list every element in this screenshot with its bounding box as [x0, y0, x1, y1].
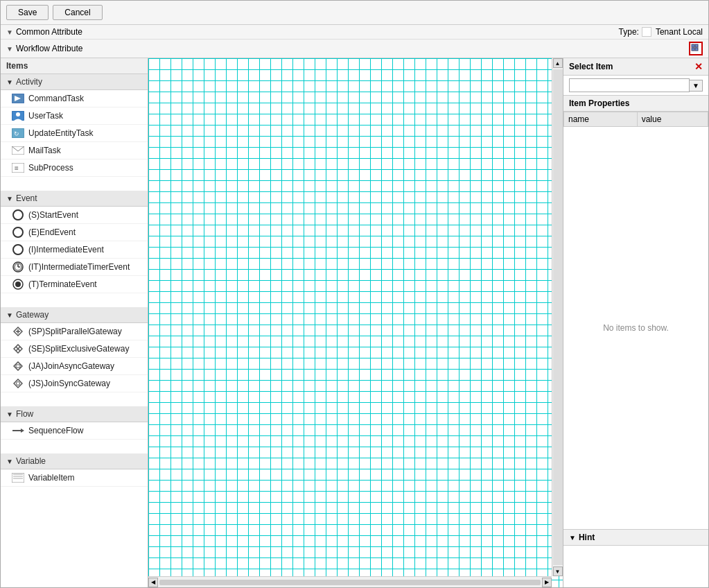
select-item-search: ▼: [563, 76, 708, 96]
subprocess-label: SubProcess: [28, 163, 73, 173]
variable-item-label: VariableItem: [28, 473, 74, 483]
variable-arrow: ▼: [6, 458, 13, 465]
item-subprocess[interactable]: ≡ SubProcess: [1, 159, 148, 177]
terminate-event-label: (T)TerminateEvent: [28, 279, 97, 289]
save-button[interactable]: Save: [6, 5, 49, 20]
grid-view-button[interactable]: [689, 42, 703, 55]
section-activity[interactable]: ▼ Activity: [1, 74, 148, 90]
hint-section: ▼ Hint: [563, 529, 708, 587]
search-dropdown-button[interactable]: ▼: [689, 80, 703, 92]
vertical-scrollbar[interactable]: ▲ ▼: [552, 58, 563, 576]
prop-col-name: name: [564, 112, 638, 127]
activity-label: Activity: [16, 77, 42, 87]
item-mail-task[interactable]: MailTask: [1, 142, 148, 159]
tenant-icon: [642, 27, 651, 37]
mail-task-icon: [12, 144, 24, 157]
item-update-entity-task[interactable]: ↻ UpdateEntityTask: [1, 125, 148, 142]
end-event-icon: [12, 226, 24, 239]
items-header: Items: [1, 58, 148, 74]
toolbar: Save Cancel: [1, 1, 708, 25]
svg-point-7: [16, 112, 20, 116]
join-async-label: (JA)JoinAsyncGateway: [28, 361, 114, 371]
section-event[interactable]: ▼ Event: [1, 191, 148, 207]
event-items: (S)StartEvent (E)EndEvent (I)Intermediat…: [1, 207, 148, 293]
sequence-flow-icon: [12, 424, 24, 437]
split-exclusive-icon: [12, 343, 24, 355]
svg-marker-26: [21, 429, 24, 433]
item-command-task[interactable]: CommandTask: [1, 90, 148, 107]
user-task-label: UserTask: [28, 111, 63, 121]
select-item-header: Select Item ✕: [563, 58, 708, 76]
item-intermediate-event[interactable]: (I)IntermediateEvent: [1, 241, 148, 259]
spacer-1: [1, 177, 148, 191]
update-entity-task-label: UpdateEntityTask: [28, 128, 93, 138]
cancel-button[interactable]: Cancel: [53, 5, 102, 20]
mail-task-label: MailTask: [28, 146, 61, 155]
spacer-2: [1, 293, 148, 307]
type-text: Type:: [619, 27, 639, 37]
svg-point-18: [15, 282, 21, 287]
horizontal-scrollbar[interactable]: ◀ ▶: [148, 576, 552, 587]
variable-items: VariableItem: [1, 469, 148, 487]
hint-label: Hint: [579, 533, 595, 542]
scroll-left-button[interactable]: ◀: [148, 578, 158, 587]
section-flow[interactable]: ▼ Flow: [1, 406, 148, 422]
end-event-label: (E)EndEvent: [28, 227, 76, 237]
sequence-flow-label: SequenceFlow: [28, 426, 83, 435]
gateway-arrow: ▼: [6, 311, 13, 319]
item-end-event[interactable]: (E)EndEvent: [1, 224, 148, 241]
scroll-right-button[interactable]: ▶: [542, 578, 552, 587]
join-sync-icon: [12, 377, 24, 390]
scroll-down-button[interactable]: ▼: [553, 567, 563, 576]
intermediate-event-icon: [12, 243, 24, 256]
item-user-task[interactable]: UserTask: [1, 107, 148, 125]
section-variable[interactable]: ▼ Variable: [1, 453, 148, 469]
item-start-event[interactable]: (S)StartEvent: [1, 207, 148, 224]
common-attr-row: ▼ Common Attribute Type: Tenant Local: [1, 25, 708, 40]
split-exclusive-label: (SE)SplitExclusiveGateway: [28, 344, 129, 354]
activity-arrow: ▼: [6, 78, 13, 86]
scroll-track-v: [553, 69, 563, 565]
command-task-icon: [12, 92, 24, 105]
command-task-label: CommandTask: [28, 94, 84, 103]
canvas-area[interactable]: ▲ ▼ ◀ ▶: [148, 58, 563, 587]
svg-rect-0: [692, 44, 694, 47]
svg-rect-3: [695, 48, 698, 51]
intermediate-timer-event-label: (IT)IntermediateTimerEvent: [28, 262, 130, 272]
spacer-4: [1, 440, 148, 453]
item-terminate-event[interactable]: (T)TerminateEvent: [1, 276, 148, 293]
properties-table: name value: [563, 112, 708, 127]
flow-items: SequenceFlow: [1, 422, 148, 440]
prop-col-value: value: [637, 112, 708, 127]
user-task-icon: [12, 110, 24, 122]
start-event-label: (S)StartEvent: [28, 210, 78, 220]
common-attr-label: Common Attribute: [16, 27, 82, 37]
hint-content: [563, 546, 708, 587]
section-gateway[interactable]: ▼ Gateway: [1, 307, 148, 323]
item-sequence-flow[interactable]: SequenceFlow: [1, 422, 148, 440]
item-split-parallel[interactable]: (SP)SplitParallelGateway: [1, 323, 148, 340]
gateway-label: Gateway: [16, 310, 49, 320]
canvas-grid[interactable]: [148, 58, 563, 587]
intermediate-timer-event-icon: [12, 261, 24, 273]
svg-text:≡: ≡: [15, 164, 19, 172]
variable-label: Variable: [16, 456, 46, 466]
svg-text:↻: ↻: [14, 130, 19, 137]
canvas-scroll[interactable]: [148, 58, 563, 587]
scroll-up-button[interactable]: ▲: [553, 58, 563, 68]
item-intermediate-timer-event[interactable]: (IT)IntermediateTimerEvent: [1, 259, 148, 276]
clear-selection-button[interactable]: ✕: [694, 61, 703, 72]
svg-rect-2: [692, 48, 694, 51]
variable-item-icon: [12, 472, 24, 484]
spacer-3: [1, 392, 148, 406]
item-join-async[interactable]: (JA)JoinAsyncGateway: [1, 358, 148, 375]
workflow-attr-label: Workflow Attribute: [16, 44, 82, 53]
item-split-exclusive[interactable]: (SE)SplitExclusiveGateway: [1, 340, 148, 358]
search-input[interactable]: [569, 78, 690, 92]
flow-arrow: ▼: [6, 410, 13, 418]
join-sync-label: (JS)JoinSyncGateway: [28, 379, 110, 388]
event-label: Event: [16, 193, 37, 203]
item-join-sync[interactable]: (JS)JoinSyncGateway: [1, 375, 148, 392]
hint-header[interactable]: ▼ Hint: [563, 530, 708, 546]
item-variable-item[interactable]: VariableItem: [1, 469, 148, 487]
